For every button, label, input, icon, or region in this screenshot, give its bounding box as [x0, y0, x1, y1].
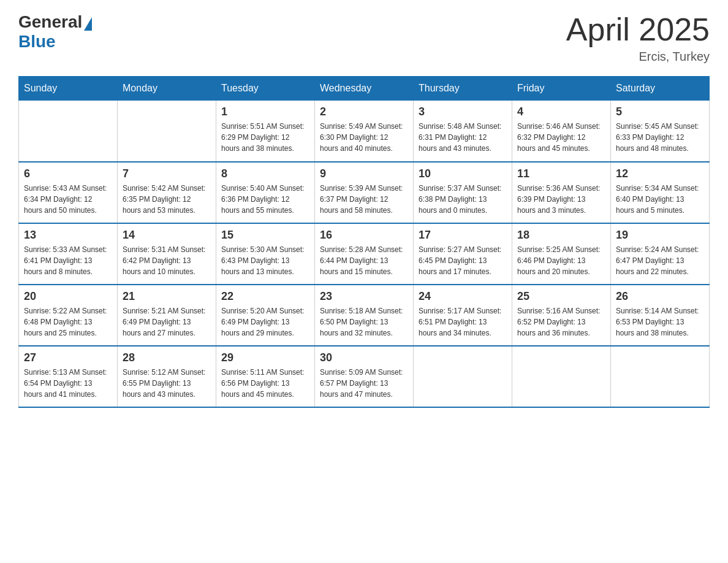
logo-triangle-icon [84, 17, 92, 31]
day-number: 26 [616, 290, 704, 303]
day-number: 3 [419, 105, 507, 118]
day-info: Sunrise: 5:28 AM Sunset: 6:44 PM Dayligh… [320, 244, 408, 277]
day-info: Sunrise: 5:27 AM Sunset: 6:45 PM Dayligh… [419, 244, 507, 277]
page-header: General Blue April 2025 Ercis, Turkey [18, 12, 710, 64]
day-number: 22 [221, 290, 309, 303]
logo-general-text: General [18, 12, 82, 32]
day-number: 30 [320, 351, 408, 364]
day-info: Sunrise: 5:13 AM Sunset: 6:54 PM Dayligh… [24, 367, 112, 400]
calendar-cell: 10Sunrise: 5:37 AM Sunset: 6:38 PM Dayli… [414, 162, 512, 223]
day-number: 18 [517, 229, 605, 242]
day-number: 2 [320, 105, 408, 118]
calendar-cell: 20Sunrise: 5:22 AM Sunset: 6:48 PM Dayli… [19, 285, 118, 346]
calendar-cell: 5Sunrise: 5:45 AM Sunset: 6:33 PM Daylig… [611, 101, 710, 162]
day-info: Sunrise: 5:24 AM Sunset: 6:47 PM Dayligh… [616, 244, 704, 277]
day-info: Sunrise: 5:09 AM Sunset: 6:57 PM Dayligh… [320, 367, 408, 400]
calendar-cell: 4Sunrise: 5:46 AM Sunset: 6:32 PM Daylig… [512, 101, 611, 162]
calendar-cell: 7Sunrise: 5:42 AM Sunset: 6:35 PM Daylig… [118, 162, 216, 223]
calendar-cell: 19Sunrise: 5:24 AM Sunset: 6:47 PM Dayli… [611, 223, 710, 285]
calendar-cell: 18Sunrise: 5:25 AM Sunset: 6:46 PM Dayli… [512, 223, 611, 285]
day-number: 13 [24, 229, 112, 242]
day-info: Sunrise: 5:25 AM Sunset: 6:46 PM Dayligh… [517, 244, 605, 277]
calendar-cell: 27Sunrise: 5:13 AM Sunset: 6:54 PM Dayli… [19, 346, 118, 407]
calendar-cell: 2Sunrise: 5:49 AM Sunset: 6:30 PM Daylig… [315, 101, 414, 162]
logo-blue-text: Blue [18, 32, 56, 52]
day-info: Sunrise: 5:45 AM Sunset: 6:33 PM Dayligh… [616, 121, 704, 154]
day-number: 21 [123, 290, 211, 303]
day-number: 11 [517, 167, 605, 180]
day-number: 19 [616, 229, 704, 242]
day-info: Sunrise: 5:43 AM Sunset: 6:34 PM Dayligh… [24, 183, 112, 216]
calendar-cell [19, 101, 118, 162]
calendar-cell: 11Sunrise: 5:36 AM Sunset: 6:39 PM Dayli… [512, 162, 611, 223]
calendar-week-row: 20Sunrise: 5:22 AM Sunset: 6:48 PM Dayli… [19, 285, 710, 346]
calendar-week-row: 6Sunrise: 5:43 AM Sunset: 6:34 PM Daylig… [19, 162, 710, 223]
day-number: 15 [221, 229, 309, 242]
day-number: 8 [221, 167, 309, 180]
day-number: 20 [24, 290, 112, 303]
day-number: 10 [419, 167, 507, 180]
day-info: Sunrise: 5:18 AM Sunset: 6:50 PM Dayligh… [320, 305, 408, 339]
day-number: 29 [221, 351, 309, 364]
calendar-cell: 1Sunrise: 5:51 AM Sunset: 6:29 PM Daylig… [216, 101, 315, 162]
day-info: Sunrise: 5:21 AM Sunset: 6:49 PM Dayligh… [123, 305, 211, 339]
calendar-cell: 17Sunrise: 5:27 AM Sunset: 6:45 PM Dayli… [414, 223, 512, 285]
day-info: Sunrise: 5:40 AM Sunset: 6:36 PM Dayligh… [221, 183, 309, 216]
calendar-location: Ercis, Turkey [566, 50, 710, 64]
day-number: 1 [221, 105, 309, 118]
day-info: Sunrise: 5:11 AM Sunset: 6:56 PM Dayligh… [221, 367, 309, 400]
calendar-cell: 6Sunrise: 5:43 AM Sunset: 6:34 PM Daylig… [19, 162, 118, 223]
calendar-cell: 28Sunrise: 5:12 AM Sunset: 6:55 PM Dayli… [118, 346, 216, 407]
logo: General Blue [18, 12, 92, 52]
day-number: 9 [320, 167, 408, 180]
calendar-cell: 13Sunrise: 5:33 AM Sunset: 6:41 PM Dayli… [19, 223, 118, 285]
weekday-header-wednesday: Wednesday [315, 77, 414, 101]
day-info: Sunrise: 5:39 AM Sunset: 6:37 PM Dayligh… [320, 183, 408, 216]
day-number: 6 [24, 167, 112, 180]
calendar-cell: 8Sunrise: 5:40 AM Sunset: 6:36 PM Daylig… [216, 162, 315, 223]
calendar-header-row: SundayMondayTuesdayWednesdayThursdayFrid… [19, 77, 710, 101]
calendar-cell: 21Sunrise: 5:21 AM Sunset: 6:49 PM Dayli… [118, 285, 216, 346]
day-info: Sunrise: 5:42 AM Sunset: 6:35 PM Dayligh… [123, 183, 211, 216]
day-info: Sunrise: 5:33 AM Sunset: 6:41 PM Dayligh… [24, 244, 112, 277]
day-info: Sunrise: 5:34 AM Sunset: 6:40 PM Dayligh… [616, 183, 704, 216]
day-info: Sunrise: 5:49 AM Sunset: 6:30 PM Dayligh… [320, 121, 408, 154]
day-number: 25 [517, 290, 605, 303]
day-info: Sunrise: 5:17 AM Sunset: 6:51 PM Dayligh… [419, 305, 507, 339]
calendar-cell [118, 101, 216, 162]
calendar-cell: 3Sunrise: 5:48 AM Sunset: 6:31 PM Daylig… [414, 101, 512, 162]
calendar-week-row: 13Sunrise: 5:33 AM Sunset: 6:41 PM Dayli… [19, 223, 710, 285]
weekday-header-sunday: Sunday [19, 77, 118, 101]
calendar-week-row: 27Sunrise: 5:13 AM Sunset: 6:54 PM Dayli… [19, 346, 710, 407]
calendar-week-row: 1Sunrise: 5:51 AM Sunset: 6:29 PM Daylig… [19, 101, 710, 162]
day-number: 12 [616, 167, 704, 180]
weekday-header-monday: Monday [118, 77, 216, 101]
calendar-cell: 30Sunrise: 5:09 AM Sunset: 6:57 PM Dayli… [315, 346, 414, 407]
day-number: 28 [123, 351, 211, 364]
day-number: 23 [320, 290, 408, 303]
weekday-header-thursday: Thursday [414, 77, 512, 101]
calendar-cell: 9Sunrise: 5:39 AM Sunset: 6:37 PM Daylig… [315, 162, 414, 223]
weekday-header-friday: Friday [512, 77, 611, 101]
calendar-cell [512, 346, 611, 407]
calendar-cell: 12Sunrise: 5:34 AM Sunset: 6:40 PM Dayli… [611, 162, 710, 223]
calendar-table: SundayMondayTuesdayWednesdayThursdayFrid… [18, 76, 710, 408]
day-number: 27 [24, 351, 112, 364]
day-info: Sunrise: 5:37 AM Sunset: 6:38 PM Dayligh… [419, 183, 507, 216]
calendar-cell [611, 346, 710, 407]
day-number: 17 [419, 229, 507, 242]
day-info: Sunrise: 5:31 AM Sunset: 6:42 PM Dayligh… [123, 244, 211, 277]
calendar-cell: 26Sunrise: 5:14 AM Sunset: 6:53 PM Dayli… [611, 285, 710, 346]
calendar-cell: 22Sunrise: 5:20 AM Sunset: 6:49 PM Dayli… [216, 285, 315, 346]
weekday-header-saturday: Saturday [611, 77, 710, 101]
calendar-cell: 29Sunrise: 5:11 AM Sunset: 6:56 PM Dayli… [216, 346, 315, 407]
day-number: 24 [419, 290, 507, 303]
calendar-cell: 15Sunrise: 5:30 AM Sunset: 6:43 PM Dayli… [216, 223, 315, 285]
day-number: 5 [616, 105, 704, 118]
day-info: Sunrise: 5:16 AM Sunset: 6:52 PM Dayligh… [517, 305, 605, 339]
calendar-cell: 25Sunrise: 5:16 AM Sunset: 6:52 PM Dayli… [512, 285, 611, 346]
day-info: Sunrise: 5:20 AM Sunset: 6:49 PM Dayligh… [221, 305, 309, 339]
calendar-title-area: April 2025 Ercis, Turkey [566, 12, 710, 64]
calendar-cell [414, 346, 512, 407]
day-info: Sunrise: 5:12 AM Sunset: 6:55 PM Dayligh… [123, 367, 211, 400]
